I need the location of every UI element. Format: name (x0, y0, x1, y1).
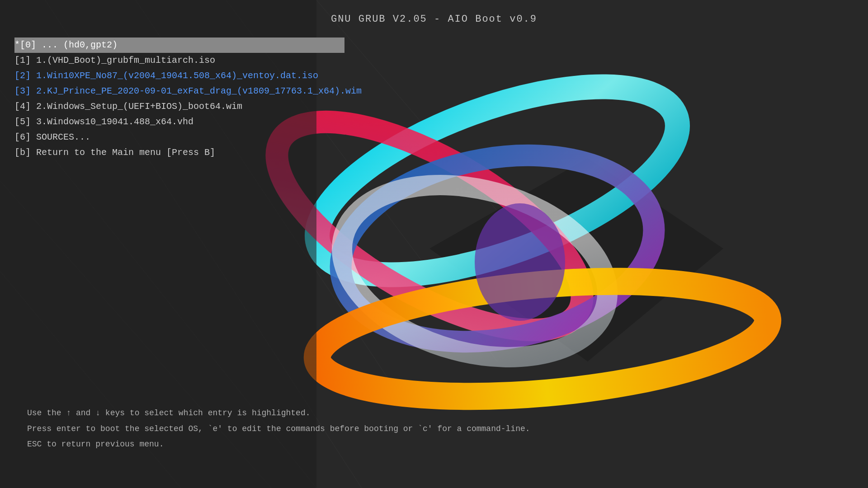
menu-item-2[interactable]: [2] 1.Win10XPE_No87_(v2004_19041.508_x64… (14, 68, 868, 84)
menu-item-1[interactable]: [1] 1.(VHD_Boot)_grubfm_multiarch.iso (14, 53, 868, 68)
boot-menu: *[0] ... (hd0,gpt2) [1] 1.(VHD_Boot)_gru… (0, 38, 868, 160)
instruction-line-2: Press enter to boot the selected OS, `e'… (27, 421, 530, 436)
menu-item-0[interactable]: *[0] ... (hd0,gpt2) (14, 38, 344, 53)
menu-item-b[interactable]: [b] Return to the Main menu [Press B] (14, 145, 868, 160)
menu-item-5[interactable]: [5] 3.Windows10_19041.488_x64.vhd (14, 114, 868, 130)
menu-item-4[interactable]: [4] 2.Windows_Setup_(UEFI+BIOS)_boot64.w… (14, 99, 868, 114)
grub-title: GNU GRUB V2.05 - AIO Boot v0.9 (0, 0, 868, 25)
instruction-line-3: ESC to return previous menu. (27, 436, 530, 452)
instructions-block: Use the ↑ and ↓ keys to select which ent… (27, 405, 530, 452)
menu-item-3[interactable]: [3] 2.KJ_Prince_PE_2020-09-01_exFat_drag… (14, 84, 868, 99)
instruction-line-1: Use the ↑ and ↓ keys to select which ent… (27, 405, 530, 421)
title-text: GNU GRUB V2.05 - AIO Boot v0.9 (331, 14, 537, 25)
menu-item-6[interactable]: [6] SOURCES... (14, 130, 868, 145)
